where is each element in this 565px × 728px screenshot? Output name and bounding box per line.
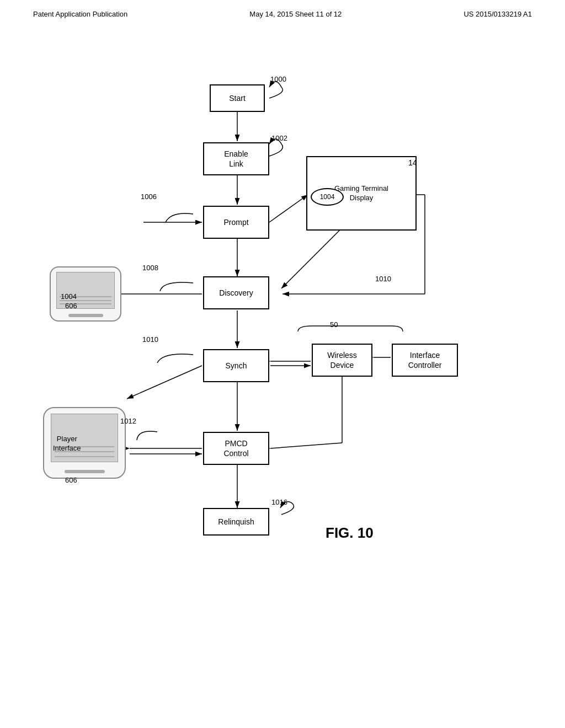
header-left: Patent Application Publication	[33, 10, 127, 18]
label-1008: 1008	[142, 264, 158, 272]
interface-controller-box: Interface Controller	[392, 344, 458, 377]
wireless-device-label: Wireless Device	[327, 350, 357, 370]
figure-label: FIG. 10	[326, 524, 374, 542]
label-1006: 1006	[141, 192, 157, 201]
device-bar-top	[68, 314, 103, 317]
header-right: US 2015/0133219 A1	[463, 10, 532, 18]
diagram-arrows	[0, 24, 565, 708]
pmcd-control-box: PMCD Control	[203, 432, 269, 465]
prompt-box: Prompt	[203, 206, 269, 239]
synch-box: Synch	[203, 349, 269, 382]
enable-link-box: Enable Link	[203, 142, 269, 175]
discovery-box: Discovery	[203, 276, 269, 309]
oval-1004: 1004	[311, 188, 344, 206]
label-50: 50	[330, 320, 338, 329]
wireless-device-box: Wireless Device	[312, 344, 372, 377]
pmcd-control-label: PMCD Control	[223, 438, 248, 458]
svg-line-17	[127, 366, 202, 399]
header-center: May 14, 2015 Sheet 11 of 12	[249, 10, 342, 18]
label-1012: 1012	[120, 417, 136, 425]
relinquish-box: Relinquish	[203, 508, 269, 536]
label-1010: 1010	[142, 335, 158, 344]
svg-line-21	[270, 443, 342, 448]
label-606-bottom: 606	[65, 476, 77, 484]
svg-line-6	[281, 228, 342, 288]
oval-1004-label: 1004	[320, 193, 335, 201]
enable-link-label: Enable Link	[224, 149, 248, 169]
label-1004-top: 1004	[61, 292, 77, 301]
label-1016: 1016	[271, 498, 287, 506]
label-1010-right: 1010	[375, 275, 391, 283]
svg-line-5	[269, 195, 308, 222]
label-14: 14	[408, 158, 417, 167]
start-box: Start	[210, 84, 265, 112]
diagram-area: Start Enable Link Prompt Gaming Terminal…	[0, 24, 565, 708]
label-1000: 1000	[270, 75, 286, 83]
device-bar-bottom	[65, 470, 105, 473]
label-606-top: 606	[65, 302, 77, 310]
label-1002: 1002	[271, 134, 287, 142]
page-header: Patent Application Publication May 14, 2…	[0, 0, 565, 18]
interface-controller-label: Interface Controller	[408, 350, 442, 370]
label-player-interface: Player Interface	[53, 435, 81, 453]
